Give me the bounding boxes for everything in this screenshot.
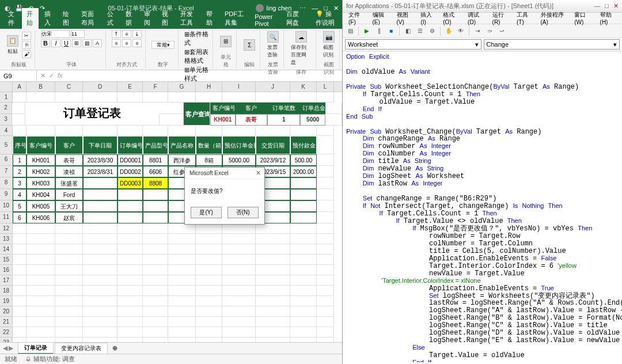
vba-minimize-icon[interactable]: — [594,2,600,10]
cell[interactable] [290,327,317,338]
cell[interactable] [55,286,83,296]
cell[interactable] [196,317,222,327]
cell[interactable] [290,265,317,275]
cell[interactable] [83,244,117,255]
cell[interactable] [143,92,168,103]
cell[interactable] [13,234,26,244]
ribbon-tab-开发工具[interactable]: 开发工具 [176,8,200,29]
cell[interactable] [256,275,290,286]
ribbon-tab-文件[interactable]: 文件 [3,8,21,29]
col-header[interactable]: D [83,82,117,92]
fx-icon[interactable]: fx [58,72,63,79]
cell[interactable] [317,275,334,286]
cell[interactable] [317,327,334,338]
font-color-icon[interactable]: A [93,39,102,47]
copy-icon[interactable]: ⎘ [22,41,31,49]
sheet-tab[interactable]: 订单记录 [18,342,54,354]
msgbox-no-button[interactable]: 否(N) [227,207,259,218]
cell[interactable] [196,327,222,338]
cell[interactable] [13,244,26,255]
cell[interactable] [196,223,222,234]
cell[interactable] [256,296,290,306]
cell[interactable] [143,327,168,338]
sheet-tab[interactable]: 变更内容记录表 [55,343,108,354]
table-cell[interactable] [83,212,117,223]
cell[interactable] [13,296,26,306]
cell[interactable] [290,244,317,255]
cell[interactable] [196,244,222,255]
table-cell[interactable]: KH002 [26,166,55,177]
table-cell[interactable] [290,200,317,212]
cell[interactable] [117,317,143,327]
cell[interactable] [13,286,26,296]
cell[interactable] [83,92,117,103]
cell[interactable] [26,255,55,265]
table-cell[interactable]: 5000.00 [222,154,256,166]
table-cell[interactable]: 2023/8/31 [83,166,117,177]
table-cell[interactable]: 2000.00 [290,166,317,177]
cell[interactable] [222,296,256,306]
vba-menu-item[interactable]: 视图(V) [393,10,416,26]
cell[interactable] [143,244,168,255]
cell[interactable] [143,265,168,275]
vba-menu-item[interactable]: 运行(R) [489,10,512,26]
vba-project-icon[interactable]: ☰ [415,26,425,36]
table-cell[interactable]: 1 [13,154,26,166]
cell[interactable] [290,92,317,103]
table-cell[interactable]: 2023/8/30 [83,154,117,166]
cell[interactable] [55,255,83,265]
table-cell[interactable]: DD0002 [117,166,143,177]
cell[interactable] [222,317,256,327]
editing-button[interactable]: Σ [242,38,256,52]
cell[interactable] [143,126,168,136]
align-left-icon[interactable]: ≡ [112,39,121,47]
cell[interactable] [317,286,334,296]
ribbon-tab-审阅[interactable]: 审阅 [139,8,157,29]
table-cell[interactable]: Ford [55,189,83,200]
cell[interactable] [256,265,290,275]
cell[interactable] [13,275,26,286]
underline-icon[interactable]: U [62,39,71,47]
cell[interactable] [168,223,196,234]
vba-menu-item[interactable]: 格式(O) [439,10,463,26]
cell[interactable] [256,92,290,103]
table-cell[interactable]: 8801 [143,154,168,166]
vba-object-dropdown[interactable]: Worksheet▾ [345,39,481,50]
cell[interactable] [83,317,117,327]
cell[interactable] [222,265,256,275]
cell[interactable] [222,275,256,286]
ribbon-tab-PDF工具集[interactable]: PDF工具集 [220,8,249,29]
col-header[interactable]: B [26,82,55,92]
cell[interactable] [83,234,117,244]
align-mid-icon[interactable]: ≡ [122,30,131,38]
table-cell[interactable]: KH003 [26,177,55,189]
cell-styles-button[interactable]: ⊞单元格样式 [184,66,209,83]
col-header[interactable]: L [317,82,334,92]
cell[interactable] [290,296,317,306]
vba-menu-item[interactable]: 窗口(W) [571,10,595,26]
vba-watch-icon[interactable]: 👁 [456,26,466,36]
paste-button[interactable]: 📋粘贴 [6,34,20,56]
table-cell[interactable] [83,189,117,200]
vba-menu-item[interactable]: 工具(T) [513,10,536,26]
vba-pause-icon[interactable]: ‖ [374,26,384,36]
cell[interactable] [143,223,168,234]
col-header[interactable]: F [143,82,168,92]
cell[interactable] [317,234,334,244]
cell[interactable] [290,275,317,286]
bold-icon[interactable]: B [41,39,50,47]
cell[interactable] [26,223,55,234]
number-format-dropdown[interactable]: 常规▾ [151,41,175,49]
cell[interactable] [26,234,55,244]
cell[interactable] [13,126,26,136]
sheet-nav-next-icon[interactable]: ▶ [9,344,13,352]
table-cell[interactable]: 西洋参 [168,154,196,166]
table-cell[interactable]: 2023/9/12 [256,154,290,166]
cell[interactable] [196,265,222,275]
cell[interactable] [256,244,290,255]
table-cell[interactable] [290,189,317,200]
row-header[interactable]: 15 [0,255,13,265]
table-cell[interactable]: 赵宸 [55,212,83,223]
row-header[interactable]: 2 [0,103,12,114]
msgbox-close-icon[interactable]: ✕ [256,169,261,177]
